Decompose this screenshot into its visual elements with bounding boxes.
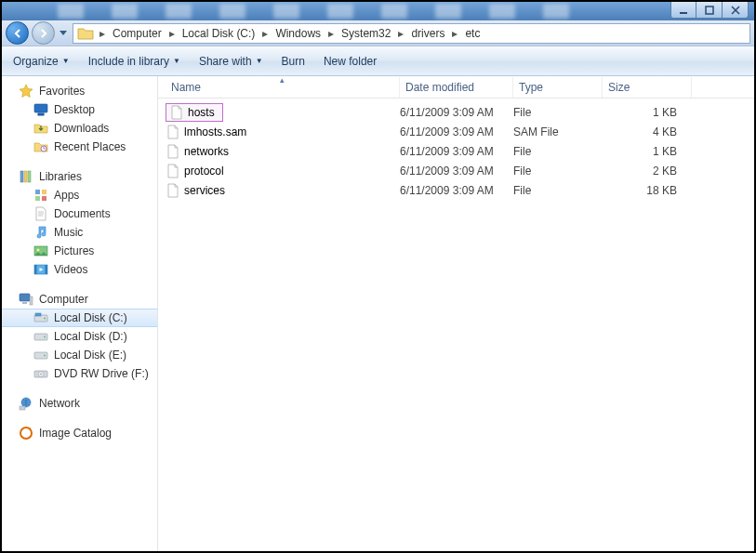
sidebar-item-label: Music <box>54 226 83 239</box>
sidebar-item-local-disk-c[interactable]: Local Disk (C:) <box>2 309 157 327</box>
folder-icon <box>77 26 94 41</box>
catalog-icon <box>19 426 33 441</box>
sidebar-item-recent-places[interactable]: Recent Places <box>2 138 157 156</box>
burn-button[interactable]: Burn <box>282 55 305 68</box>
sidebar-item-desktop[interactable]: Desktop <box>2 100 157 119</box>
svg-point-24 <box>44 336 46 338</box>
network-header[interactable]: Network <box>2 394 157 413</box>
sidebar-item-local-disk-e[interactable]: Local Disk (E:) <box>2 346 157 364</box>
file-icon <box>169 105 184 120</box>
music-icon <box>33 225 48 240</box>
breadcrumb-item[interactable]: Local Disk (C:) <box>179 27 259 40</box>
back-button[interactable] <box>6 21 29 45</box>
sidebar-item-music[interactable]: Music <box>2 223 157 242</box>
computer-label: Computer <box>39 293 88 306</box>
breadcrumb-item[interactable]: etc <box>461 27 484 40</box>
breadcrumb-item[interactable]: drivers <box>407 27 448 40</box>
favorites-header[interactable]: Favorites <box>2 82 157 100</box>
catalog-label: Image Catalog <box>39 427 112 440</box>
svg-rect-3 <box>38 113 44 115</box>
chevron-right-icon[interactable]: ▸ <box>259 27 272 40</box>
chevron-right-icon[interactable]: ▸ <box>325 27 338 40</box>
chevron-down-icon: ▼ <box>256 57 263 65</box>
chevron-right-icon[interactable]: ▸ <box>448 27 461 40</box>
file-row[interactable]: networks 6/11/2009 3:09 AM File 1 KB <box>166 141 754 161</box>
file-name: protocol <box>184 165 224 178</box>
sidebar-item-pictures[interactable]: Pictures <box>2 242 157 260</box>
forward-button[interactable] <box>32 21 55 45</box>
svg-rect-6 <box>24 171 27 182</box>
file-date: 6/11/2009 3:09 AM <box>400 145 513 158</box>
file-size: 18 KB <box>603 184 692 197</box>
new-folder-button[interactable]: New folder <box>324 55 377 68</box>
apps-icon <box>33 188 48 203</box>
computer-icon <box>19 292 33 307</box>
svg-rect-2 <box>34 104 47 112</box>
sidebar-item-label: Local Disk (C:) <box>54 311 127 324</box>
image-catalog-header[interactable]: Image Catalog <box>2 424 157 442</box>
breadcrumb-item[interactable]: Windows <box>272 27 325 40</box>
minimize-button[interactable] <box>670 2 696 19</box>
file-row[interactable]: protocol 6/11/2009 3:09 AM File 2 KB <box>166 161 754 180</box>
organize-menu[interactable]: Organize▼ <box>13 55 70 68</box>
svg-rect-16 <box>46 265 48 274</box>
file-name: lmhosts.sam <box>184 125 246 138</box>
file-list: hosts 6/11/2009 3:09 AM File 1 KB lmhost… <box>158 99 754 551</box>
disk-icon <box>33 329 48 344</box>
svg-rect-18 <box>22 302 27 304</box>
breadcrumb-item[interactable]: Computer <box>109 27 166 40</box>
column-header-type[interactable]: Type <box>513 77 603 98</box>
svg-rect-7 <box>28 171 31 182</box>
column-header-size[interactable]: Size <box>603 77 692 98</box>
dvd-icon <box>33 366 48 381</box>
sidebar-item-apps[interactable]: Apps <box>2 186 157 204</box>
breadcrumb-item[interactable]: System32 <box>338 27 394 40</box>
svg-point-29 <box>40 374 42 375</box>
breadcrumb[interactable]: ▸ Computer ▸ Local Disk (C:) ▸ Windows ▸… <box>73 23 750 44</box>
svg-rect-0 <box>680 12 687 14</box>
include-library-menu[interactable]: Include in library▼ <box>88 55 180 68</box>
file-date: 6/11/2009 3:09 AM <box>400 165 513 178</box>
column-header-date[interactable]: Date modified <box>400 77 513 98</box>
file-row[interactable]: lmhosts.sam 6/11/2009 3:09 AM SAM File 4… <box>166 122 754 141</box>
sidebar-item-label: Recent Places <box>54 140 126 153</box>
desktop-icon <box>33 102 48 117</box>
svg-rect-10 <box>35 196 40 201</box>
share-with-menu[interactable]: Share with▼ <box>199 55 263 68</box>
file-icon <box>166 144 180 159</box>
column-header-name[interactable]: Name ▴ <box>166 77 400 98</box>
chevron-down-icon: ▼ <box>173 57 180 65</box>
history-dropdown-icon[interactable] <box>58 23 69 44</box>
sidebar-item-dvd-drive[interactable]: DVD RW Drive (F:) M <box>2 364 157 383</box>
file-date: 6/11/2009 3:09 AM <box>400 125 513 138</box>
file-name: hosts <box>188 106 215 119</box>
svg-rect-17 <box>20 294 30 301</box>
sidebar-item-label: Local Disk (D:) <box>54 330 127 343</box>
sidebar-item-downloads[interactable]: Downloads <box>2 119 157 138</box>
pictures-icon <box>33 244 48 258</box>
svg-rect-11 <box>42 196 46 201</box>
maximize-button[interactable] <box>696 2 723 19</box>
svg-rect-8 <box>35 190 40 194</box>
sidebar-item-videos[interactable]: Videos <box>2 260 157 279</box>
svg-rect-22 <box>35 313 41 316</box>
sidebar-item-local-disk-d[interactable]: Local Disk (D:) <box>2 327 157 346</box>
chevron-right-icon[interactable]: ▸ <box>166 27 179 40</box>
chevron-right-icon[interactable]: ▸ <box>96 27 109 40</box>
close-button[interactable] <box>723 2 749 19</box>
file-size: 2 KB <box>603 165 692 178</box>
svg-rect-19 <box>30 296 33 305</box>
file-row[interactable]: services 6/11/2009 3:09 AM File 18 KB <box>166 180 754 200</box>
file-row[interactable]: hosts 6/11/2009 3:09 AM File 1 KB <box>166 102 754 122</box>
computer-header[interactable]: Computer <box>2 290 157 309</box>
libraries-header[interactable]: Libraries <box>2 167 157 186</box>
chevron-right-icon[interactable]: ▸ <box>394 27 407 40</box>
include-label: Include in library <box>88 55 169 68</box>
downloads-icon <box>33 121 48 136</box>
sidebar-item-label: DVD RW Drive (F:) M <box>54 367 148 380</box>
sidebar-item-documents[interactable]: Documents <box>2 204 157 223</box>
file-icon <box>166 125 180 139</box>
file-size: 1 KB <box>603 106 692 119</box>
navigation-bar: ▸ Computer ▸ Local Disk (C:) ▸ Windows ▸… <box>2 20 754 46</box>
file-date: 6/11/2009 3:09 AM <box>400 184 513 197</box>
